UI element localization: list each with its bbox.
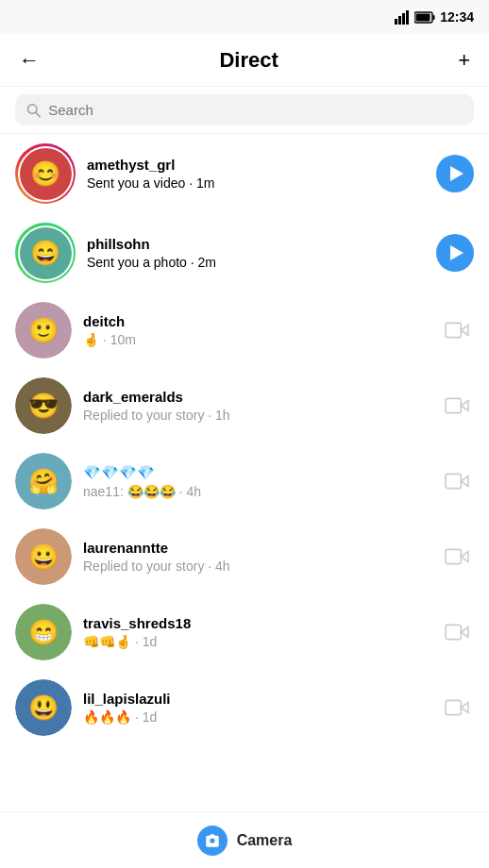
new-message-button[interactable]: +	[454, 44, 474, 76]
svg-rect-3	[406, 10, 409, 25]
message-content: laurenanntte Replied to your story · 4h	[83, 540, 430, 574]
svg-rect-5	[433, 15, 435, 20]
page-title: Direct	[219, 48, 278, 73]
message-action[interactable]	[440, 389, 474, 423]
message-preview: nae11: 😂😂😂 · 4h	[83, 484, 430, 499]
message-preview: 🤞 · 10m	[83, 332, 430, 347]
svg-rect-10	[446, 398, 461, 412]
message-username: laurenanntte	[83, 540, 430, 556]
message-content: deitch 🤞 · 10m	[83, 313, 430, 347]
svg-rect-13	[446, 625, 461, 639]
message-list: 😊 amethyst_grl Sent you a video · 1m 😄 p…	[0, 134, 489, 810]
message-action[interactable]	[440, 464, 474, 498]
message-item[interactable]: 🙂 deitch 🤞 · 10m	[0, 292, 489, 368]
message-content: phillsohn Sent you a photo · 2m	[87, 236, 427, 270]
message-item[interactable]: 😊 amethyst_grl Sent you a video · 1m	[0, 134, 489, 213]
camera-label: Camera	[237, 832, 293, 849]
play-button[interactable]	[436, 155, 474, 192]
message-item[interactable]: 😄 phillsohn Sent you a photo · 2m	[0, 213, 489, 292]
message-action[interactable]	[440, 691, 474, 725]
camera-action-icon[interactable]	[440, 691, 474, 725]
svg-line-8	[36, 112, 40, 116]
message-content: dark_emeralds Replied to your story · 1h	[83, 389, 430, 423]
status-time: 12:34	[440, 9, 474, 25]
svg-rect-1	[398, 16, 401, 25]
back-button[interactable]: ←	[15, 44, 43, 76]
message-action[interactable]	[440, 540, 474, 574]
search-container	[0, 87, 489, 134]
message-content: amethyst_grl Sent you a video · 1m	[87, 157, 427, 191]
message-action[interactable]	[436, 234, 474, 272]
header: ← Direct +	[0, 34, 489, 87]
camera-action-icon[interactable]	[440, 313, 474, 347]
message-username: deitch	[83, 313, 430, 329]
message-preview: Sent you a video · 1m	[87, 175, 427, 191]
svg-rect-0	[395, 19, 397, 25]
svg-rect-14	[446, 700, 461, 714]
camera-action-icon[interactable]	[440, 464, 474, 498]
message-username: 💎💎💎💎	[83, 464, 430, 481]
message-username: travis_shreds18	[83, 615, 430, 631]
message-content: 💎💎💎💎 nae11: 😂😂😂 · 4h	[83, 464, 430, 499]
svg-rect-12	[446, 549, 461, 563]
message-username: lil_lapislazuli	[83, 691, 430, 707]
status-bar: 12:34	[0, 0, 489, 34]
camera-action-icon[interactable]	[440, 615, 474, 649]
message-preview: 🔥🔥🔥 · 1d	[83, 709, 430, 725]
camera-button[interactable]: Camera	[0, 811, 489, 868]
message-preview: Replied to your story · 4h	[83, 559, 430, 574]
message-username: dark_emeralds	[83, 389, 430, 405]
camera-action-icon[interactable]	[440, 540, 474, 574]
message-item[interactable]: 😀 laurenanntte Replied to your story · 4…	[0, 519, 489, 594]
message-preview: 👊👊🤞 · 1d	[83, 634, 430, 649]
message-action[interactable]	[436, 155, 474, 192]
svg-rect-2	[402, 13, 405, 25]
svg-rect-9	[446, 323, 461, 337]
message-preview: Sent you a photo · 2m	[87, 255, 427, 270]
message-content: travis_shreds18 👊👊🤞 · 1d	[83, 615, 430, 649]
message-username: phillsohn	[87, 236, 427, 252]
svg-rect-11	[446, 474, 461, 488]
status-icons: 12:34	[395, 9, 474, 25]
camera-icon	[197, 826, 228, 856]
message-action[interactable]	[440, 313, 474, 347]
message-content: lil_lapislazuli 🔥🔥🔥 · 1d	[83, 691, 430, 725]
search-icon	[26, 103, 41, 118]
message-username: amethyst_grl	[87, 157, 427, 173]
signal-icon	[395, 9, 410, 25]
message-action[interactable]	[440, 615, 474, 649]
message-preview: Replied to your story · 1h	[83, 408, 430, 423]
message-item[interactable]: 😎 dark_emeralds Replied to your story · …	[0, 368, 489, 443]
svg-rect-6	[416, 13, 430, 21]
message-item[interactable]: 😁 travis_shreds18 👊👊🤞 · 1d	[0, 594, 489, 670]
message-item[interactable]: 😃 lil_lapislazuli 🔥🔥🔥 · 1d	[0, 670, 489, 745]
play-button[interactable]	[436, 234, 474, 272]
message-item[interactable]: 🤗 💎💎💎💎 nae11: 😂😂😂 · 4h	[0, 443, 489, 519]
battery-icon	[414, 11, 435, 24]
camera-action-icon[interactable]	[440, 389, 474, 423]
search-box	[15, 94, 474, 125]
search-input[interactable]	[48, 102, 463, 118]
